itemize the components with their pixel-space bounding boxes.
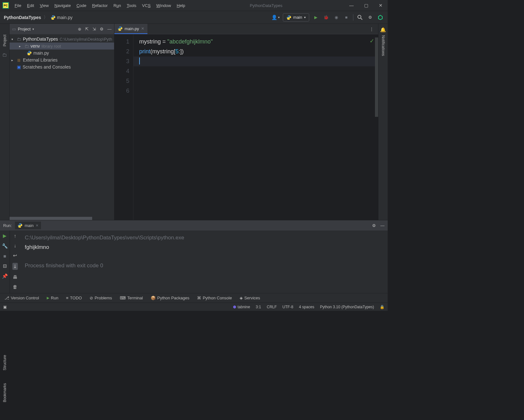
run-toolbar-left: ▶ 🔧 ■ ⊟ 📌 — [0, 230, 10, 293]
inspection-ok-icon[interactable]: ✓ — [370, 37, 374, 44]
python-packages-tab[interactable]: 📦Python Packages — [151, 296, 189, 300]
scroll-to-end-icon[interactable]: ⤓ — [12, 263, 18, 270]
menu-navigate[interactable]: Navigate — [54, 3, 71, 8]
project-tool-tab[interactable]: Project — [3, 33, 7, 48]
settings-button[interactable]: ⚙ — [367, 14, 374, 21]
problems-tab[interactable]: ⊘Problems — [90, 296, 112, 300]
indent-widget[interactable]: 4 spaces — [299, 305, 314, 309]
python-icon — [17, 223, 23, 228]
code-with-me-icon[interactable] — [377, 14, 384, 21]
text-cursor — [139, 57, 140, 64]
layout-icon[interactable]: ⊟ — [3, 263, 7, 269]
coverage-button[interactable]: ◉ — [333, 14, 340, 21]
notifications-tab[interactable]: Notifications — [381, 35, 385, 56]
close-icon[interactable]: ✕ — [36, 223, 38, 228]
menu-view[interactable]: View — [40, 3, 49, 8]
menu-tools[interactable]: Tools — [127, 3, 136, 8]
collapse-all-icon[interactable]: ⇲ — [92, 27, 96, 31]
print-icon[interactable]: 🖶 — [13, 274, 17, 280]
notifications-icon[interactable]: 🔔 — [380, 27, 386, 33]
todo-tab[interactable]: ≡TODO — [66, 296, 82, 300]
menu-file[interactable]: File — [15, 3, 21, 8]
run-tab[interactable]: ▶Run — [47, 296, 58, 300]
editor-scrollbar[interactable] — [375, 34, 378, 220]
services-tab[interactable]: ◈Services — [240, 296, 260, 300]
maximize-button[interactable]: ▢ — [362, 3, 371, 8]
lock-icon[interactable]: 🔒 — [380, 305, 384, 309]
file-encoding[interactable]: UTF-8 — [282, 305, 293, 309]
run-settings-icon[interactable]: ⚙ — [372, 223, 376, 228]
gutter: 1 2 3 4 5 6 — [114, 34, 133, 220]
breadcrumb-separator: 〉 — [44, 15, 48, 20]
down-icon[interactable]: ↓ — [14, 243, 17, 248]
select-opened-icon[interactable]: ⊕ — [78, 27, 81, 31]
menu-vcs[interactable]: VCS — [142, 3, 151, 8]
menu-window[interactable]: Window — [156, 3, 171, 8]
run-tab[interactable]: main ✕ — [15, 222, 41, 229]
tree-file-main[interactable]: main.py — [10, 50, 114, 57]
console-stdout: fghijklmno — [25, 243, 383, 252]
expand-all-icon[interactable]: ⇱ — [85, 27, 89, 31]
code-editor[interactable]: 1 2 3 4 5 6 mystring = "abcdefghijklmno"… — [114, 34, 378, 220]
tree-venv[interactable]: ▸ 🗀 venv library root — [10, 43, 114, 50]
version-control-tab[interactable]: ⎇Version Control — [4, 296, 39, 300]
terminal-tab[interactable]: ⌨Terminal — [120, 296, 143, 300]
project-scrollbar[interactable] — [10, 217, 114, 220]
tree-scratches[interactable]: ▸ ▣ Scratches and Consoles — [10, 63, 114, 70]
tree-external-libraries[interactable]: ▸ ⫼ External Libraries — [10, 57, 114, 63]
breadcrumb-project[interactable]: PythonDataTypes — [4, 15, 41, 20]
stop-button[interactable]: ■ — [343, 14, 350, 21]
run-configuration-selector[interactable]: main ▾ — [283, 13, 309, 22]
menu-help[interactable]: Help — [177, 3, 185, 8]
breadcrumb: PythonDataTypes 〉 main.py — [4, 15, 72, 20]
wrench-icon[interactable]: 🔧 — [2, 243, 8, 249]
tabs-more-icon[interactable]: ⋮ — [365, 24, 378, 34]
menu-run[interactable]: Run — [113, 3, 121, 8]
python-file-icon — [51, 15, 56, 20]
run-label: Run: — [3, 223, 12, 228]
editor-tabs: main.py ✕ ⋮ — [114, 24, 378, 34]
tabnine-widget[interactable]: ⬢tabnine — [233, 305, 250, 309]
line-separator[interactable]: CRLF — [267, 305, 277, 309]
bottom-tool-rail: ⎇Version Control ▶Run ≡TODO ⊘Problems ⌨T… — [0, 293, 388, 303]
python-console-tab[interactable]: ⌘Python Console — [197, 296, 232, 300]
soft-wrap-icon[interactable]: ↩ — [13, 253, 17, 258]
console-output[interactable]: C:\Users\yilma\Desktop\PythonDataTypes\v… — [20, 230, 388, 293]
close-tab-icon[interactable]: ✕ — [141, 26, 144, 31]
project-view-selector[interactable]: ▭ Project ▾ — [12, 27, 34, 31]
tree-root[interactable]: ▾ 🗀 PythonDataTypes C:\Users\yilma\Deskt… — [10, 36, 114, 43]
run-hide-icon[interactable]: — — [380, 223, 384, 228]
svg-point-0 — [52, 16, 53, 16]
editor-tab-main[interactable]: main.py ✕ — [114, 24, 147, 34]
minimize-button[interactable]: — — [347, 3, 356, 8]
run-panel: Run: main ✕ ⚙ — ▶ 🔧 ■ ⊟ 📌 ↑ ↓ ↩ ⤓ 🖶 🗑 C:… — [0, 220, 388, 293]
console-command: C:\Users\yilma\Desktop\PythonDataTypes\v… — [25, 233, 383, 243]
run-panel-header: Run: main ✕ ⚙ — — [0, 220, 388, 230]
rerun-button[interactable]: ▶ — [3, 233, 7, 239]
right-tool-rail: 🔔 Notifications — [378, 24, 388, 220]
run-button[interactable]: ▶ — [312, 14, 319, 21]
hide-icon[interactable]: — — [107, 27, 112, 31]
editor-area: main.py ✕ ⋮ 1 2 3 4 5 6 mystring = "abcd… — [114, 24, 378, 220]
caret-position[interactable]: 3:1 — [256, 305, 261, 309]
tool-windows-icon[interactable]: ▣ — [3, 305, 7, 309]
code-content[interactable]: mystring = "abcdefghijklmno" print(mystr… — [133, 34, 378, 220]
interpreter-widget[interactable]: Python 3.10 (PythonDataTypes) — [320, 305, 374, 309]
breadcrumb-file[interactable]: main.py — [51, 15, 72, 20]
search-button[interactable] — [357, 14, 364, 21]
pycharm-icon: PC — [3, 2, 9, 9]
menu-code[interactable]: Code — [77, 3, 86, 8]
left-tool-rail: Project 🗀 — [0, 24, 10, 220]
menu-refactor[interactable]: Refactor — [92, 3, 108, 8]
debug-button[interactable]: 🐞 — [323, 14, 330, 21]
menu-edit[interactable]: Edit — [27, 3, 34, 8]
folder-icon[interactable]: 🗀 — [2, 52, 7, 57]
up-icon[interactable]: ↑ — [14, 233, 17, 238]
status-bar: ▣ ⬢tabnine 3:1 CRLF UTF-8 4 spaces Pytho… — [0, 303, 388, 311]
clear-icon[interactable]: 🗑 — [13, 284, 17, 290]
stop-button[interactable]: ■ — [3, 253, 6, 259]
settings-icon[interactable]: ⚙ — [100, 27, 104, 31]
user-button[interactable]: 👤▾ — [271, 15, 280, 20]
pin-icon[interactable]: 📌 — [2, 273, 8, 279]
close-button[interactable]: ✕ — [376, 3, 385, 8]
